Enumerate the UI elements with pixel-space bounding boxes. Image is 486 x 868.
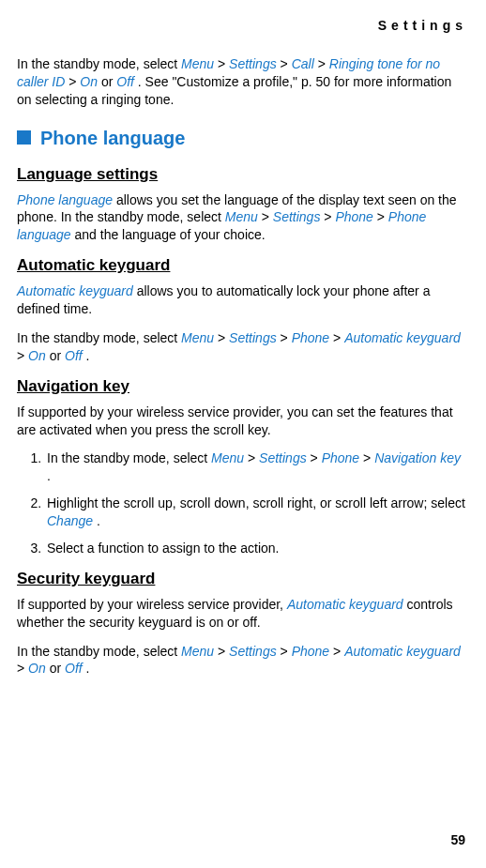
menu-path-menu: Menu bbox=[181, 644, 214, 659]
navigation-key-steps: In the standby mode, select Menu > Setti… bbox=[17, 449, 467, 556]
separator: > bbox=[281, 644, 292, 659]
separator: > bbox=[281, 330, 292, 345]
text: and the language of your choice. bbox=[75, 227, 266, 242]
separator: > bbox=[281, 56, 292, 71]
option-off: Off bbox=[116, 74, 134, 89]
text-or: or bbox=[101, 74, 116, 89]
option-off: Off bbox=[65, 348, 83, 363]
menu-path-settings: Settings bbox=[229, 330, 277, 345]
separator: > bbox=[363, 450, 374, 465]
separator: > bbox=[218, 56, 229, 71]
section-title-phone-language: Phone language bbox=[17, 126, 467, 151]
menu-path-navigation-key: Navigation key bbox=[374, 450, 461, 465]
separator: > bbox=[311, 450, 322, 465]
navigation-key-intro: If supported by your wireless service pr… bbox=[17, 404, 467, 439]
separator: > bbox=[218, 330, 229, 345]
security-keyguard-path: In the standby mode, select Menu > Setti… bbox=[17, 643, 467, 678]
security-keyguard-intro: If supported by your wireless service pr… bbox=[17, 596, 467, 632]
separator: > bbox=[17, 348, 28, 363]
separator: > bbox=[318, 56, 329, 71]
text: In the standby mode, select bbox=[17, 330, 181, 345]
menu-path-call: Call bbox=[292, 56, 314, 71]
separator: > bbox=[248, 450, 259, 465]
menu-path-settings: Settings bbox=[229, 644, 277, 659]
automatic-keyguard-path: In the standby mode, select Menu > Setti… bbox=[17, 329, 467, 365]
menu-path-phone: Phone bbox=[292, 644, 329, 659]
separator: > bbox=[17, 661, 28, 676]
list-item: Highlight the scroll up, scroll down, sc… bbox=[45, 495, 467, 530]
text: Highlight the scroll up, scroll down, sc… bbox=[47, 495, 465, 510]
menu-path-menu: Menu bbox=[211, 450, 244, 465]
section-title-text: Phone language bbox=[40, 128, 185, 148]
period: . bbox=[47, 468, 51, 483]
list-item: In the standby mode, select Menu > Setti… bbox=[45, 449, 467, 485]
period: . bbox=[97, 513, 100, 528]
menu-path-menu: Menu bbox=[225, 209, 258, 224]
subheading-automatic-keyguard: Automatic keyguard bbox=[17, 255, 467, 277]
term-automatic-keyguard: Automatic keyguard bbox=[17, 283, 133, 298]
subheading-navigation-key: Navigation key bbox=[17, 376, 467, 398]
menu-path-phone: Phone bbox=[335, 209, 372, 224]
language-settings-paragraph: Phone language allows you set the langua… bbox=[17, 191, 467, 245]
menu-path-menu: Menu bbox=[181, 56, 214, 71]
option-on: On bbox=[80, 74, 98, 89]
term-automatic-keyguard: Automatic keyguard bbox=[287, 597, 403, 612]
menu-path-settings: Settings bbox=[273, 209, 321, 224]
separator: > bbox=[333, 644, 344, 659]
separator: > bbox=[324, 209, 335, 224]
separator: > bbox=[333, 330, 344, 345]
text: In the standby mode, select bbox=[17, 644, 181, 659]
text: If supported by your wireless service pr… bbox=[17, 597, 287, 612]
list-item: Select a function to assign to the actio… bbox=[45, 540, 467, 557]
menu-path-phone: Phone bbox=[292, 330, 329, 345]
menu-path-automatic-keyguard: Automatic keyguard bbox=[344, 644, 461, 659]
option-on: On bbox=[28, 661, 46, 676]
section-bullet-icon bbox=[17, 130, 31, 145]
subheading-language-settings: Language settings bbox=[17, 164, 467, 186]
period: . bbox=[86, 661, 90, 676]
subheading-security-keyguard: Security keyguard bbox=[17, 569, 467, 590]
text: In the standby mode, select bbox=[17, 56, 181, 71]
menu-path-automatic-keyguard: Automatic keyguard bbox=[344, 330, 461, 345]
option-change: Change bbox=[47, 513, 93, 528]
term-phone-language: Phone language bbox=[17, 192, 113, 207]
intro-paragraph: In the standby mode, select Menu > Setti… bbox=[17, 55, 467, 109]
option-off: Off bbox=[65, 661, 83, 676]
menu-path-menu: Menu bbox=[181, 330, 214, 345]
separator: > bbox=[377, 209, 388, 224]
text: In the standby mode, select bbox=[47, 450, 211, 465]
menu-path-phone: Phone bbox=[322, 450, 359, 465]
separator: > bbox=[68, 74, 80, 89]
running-header: Settings bbox=[17, 17, 467, 35]
page-number: 59 bbox=[450, 831, 465, 849]
separator: > bbox=[262, 209, 273, 224]
menu-path-settings: Settings bbox=[229, 56, 277, 71]
menu-path-settings: Settings bbox=[259, 450, 307, 465]
automatic-keyguard-desc: Automatic keyguard allows you to automat… bbox=[17, 282, 467, 318]
text-or: or bbox=[50, 348, 65, 363]
text-or: or bbox=[50, 661, 65, 676]
option-on: On bbox=[28, 348, 46, 363]
separator: > bbox=[218, 644, 229, 659]
period: . bbox=[86, 348, 90, 363]
